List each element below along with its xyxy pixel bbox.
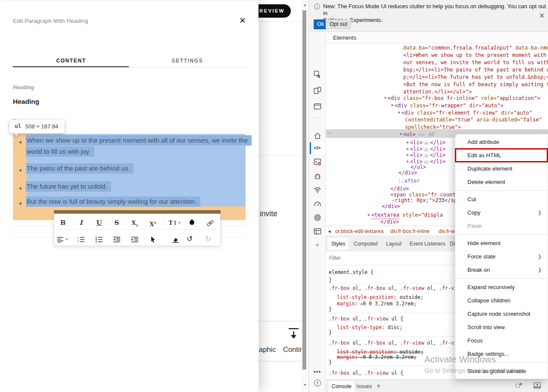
- breadcrumb-item[interactable]: div.fr-box.fr-inline: [390, 228, 430, 234]
- text-color-button[interactable]: [184, 216, 199, 229]
- add-tools-icon[interactable]: +: [309, 240, 325, 251]
- italic-button[interactable]: I: [74, 216, 88, 229]
- styles-tab-event-listeners[interactable]: Event Listeners: [410, 241, 445, 247]
- css-rule-line[interactable]: .fr-box ul, .fr-view ul {: [329, 316, 403, 322]
- home-icon[interactable]: [309, 130, 325, 141]
- close-icon[interactable]: ✕: [539, 12, 545, 20]
- styles-tab-computed[interactable]: Computed: [354, 241, 377, 247]
- more-icon[interactable]: •••: [309, 366, 325, 377]
- menu-item-store-as-global-variable[interactable]: Store as global variable: [455, 364, 548, 378]
- tree-row[interactable]: ▼<div class="fr-wrapper" dir="auto">: [391, 102, 504, 109]
- expand-quick-view-icon[interactable]: [533, 382, 541, 390]
- font-size-button[interactable]: T↕▼: [168, 216, 182, 229]
- card-label[interactable]: Contin: [283, 345, 304, 354]
- outdent-button[interactable]: [109, 233, 124, 246]
- list-item-text[interactable]: world to fill us with joy.: [26, 146, 94, 157]
- css-rule-line[interactable]: .fr-box ul, .fr-view ul {: [329, 370, 403, 376]
- align-left-button[interactable]: ▼: [56, 233, 70, 246]
- tree-row[interactable]: >But the now is full of beauty simply wa…: [403, 81, 548, 88]
- menu-item-collapse-children[interactable]: Collapse children: [455, 294, 548, 307]
- elements-icon[interactable]: </>: [309, 142, 325, 153]
- redo-button[interactable]: ↻: [201, 233, 215, 246]
- scroll-down-icon[interactable]: ▼: [302, 383, 308, 387]
- indent-button[interactable]: [128, 233, 142, 246]
- tree-row[interactable]: spellcheck="true">: [405, 124, 461, 131]
- tree-row[interactable]: p;</li><li>The future has yet to unfold.…: [403, 74, 548, 81]
- styles-tab-styles[interactable]: Styles: [331, 241, 346, 247]
- tree-row[interactable]: ::after: [398, 178, 420, 184]
- list-item-text[interactable]: When we show up to the present moment wi…: [26, 135, 252, 146]
- tree-row[interactable]: ▶<li>…</li>: [407, 139, 445, 146]
- tree-row[interactable]: bsp;</li><li>The pains of the past are b…: [403, 67, 548, 73]
- tree-row[interactable]: ▶<textarea style="displa: [368, 212, 443, 218]
- tab-console[interactable]: Console: [332, 383, 352, 389]
- tree-row[interactable]: ▼<div class="fr-element fr-view" dir="au…: [398, 109, 532, 116]
- dock-icon[interactable]: [515, 382, 523, 390]
- tree-row[interactable]: our senses, we invite the world to fill …: [403, 59, 548, 66]
- scroll-up-icon[interactable]: ▲: [302, 3, 308, 7]
- menu-item-duplicate-element[interactable]: Duplicate element: [455, 162, 548, 175]
- css-rule-line[interactable]: list-style-type: disc;: [337, 324, 402, 330]
- clear-formatting-button[interactable]: [168, 233, 183, 246]
- css-rule-line[interactable]: }: [329, 359, 332, 365]
- menu-item-edit-as-html[interactable]: Edit as HTML: [455, 149, 548, 162]
- menu-item-delete-element[interactable]: Delete element: [455, 175, 548, 189]
- menu-item-capture-node-screenshot[interactable]: Capture node screenshot: [455, 307, 548, 320]
- menu-item-scroll-into-view[interactable]: Scroll into view: [455, 320, 548, 334]
- superscript-button[interactable]: X1: [146, 216, 160, 229]
- breadcrumb-scroll-left-icon[interactable]: ◀: [328, 229, 331, 233]
- application-icon[interactable]: [309, 226, 325, 237]
- subscript-button[interactable]: X1: [128, 216, 142, 229]
- menu-item-cut[interactable]: Cut: [455, 193, 548, 206]
- inspect-icon[interactable]: [309, 69, 325, 80]
- tree-row[interactable]: attention.</li></ul>">: [403, 89, 472, 95]
- underline-button[interactable]: U: [92, 216, 106, 229]
- ordered-list-button[interactable]: 12: [74, 233, 88, 246]
- bold-button[interactable]: B: [56, 216, 70, 229]
- node-more-actions-icon[interactable]: ⋯: [327, 130, 333, 136]
- add-tab-icon[interactable]: +: [377, 382, 380, 390]
- menu-item-copy[interactable]: Copy❯: [455, 206, 548, 219]
- help-icon[interactable]: ?: [309, 378, 325, 389]
- unordered-list-button[interactable]: [92, 233, 106, 246]
- css-rule-line[interactable]: }: [329, 277, 332, 283]
- select-all-button[interactable]: [146, 233, 160, 246]
- tab-content[interactable]: CONTENT: [13, 58, 129, 64]
- menu-item-focus[interactable]: Focus: [455, 334, 548, 347]
- css-rule-line[interactable]: margin: ▶0 0 3.2rem 3.2rem;: [337, 301, 417, 307]
- tree-row[interactable]: </div>: [390, 186, 409, 192]
- tree-row[interactable]: </div>: [382, 203, 400, 210]
- memory-icon[interactable]: [309, 212, 325, 223]
- network-icon[interactable]: [309, 184, 325, 196]
- css-rule-line[interactable]: list-style-position: outside;: [337, 294, 423, 300]
- page-scrollbar-thumb[interactable]: [302, 10, 306, 370]
- menu-item-badge-settings[interactable]: Badge settings...: [455, 347, 548, 361]
- insert-block-icon[interactable]: [287, 327, 300, 344]
- console-icon[interactable]: [309, 156, 325, 168]
- menu-item-expand-recursively[interactable]: Expand recursively: [455, 280, 548, 294]
- tab-settings[interactable]: SETTINGS: [129, 58, 246, 64]
- styles-tab-layout[interactable]: Layout: [386, 241, 402, 247]
- card-label[interactable]: aphic: [259, 345, 276, 354]
- tab-issues[interactable]: Issues: [356, 383, 372, 389]
- focus-window-icon[interactable]: [309, 101, 325, 112]
- tree-row[interactable]: </div>: [380, 219, 399, 225]
- undo-button[interactable]: ↺: [182, 233, 197, 246]
- css-rule-line[interactable]: }: [329, 306, 332, 312]
- css-rule-line[interactable]: }: [329, 330, 332, 336]
- tree-row[interactable]: </div>: [399, 170, 417, 176]
- breadcrumb-item[interactable]: or.block-edit-textarea: [335, 228, 383, 234]
- debug-icon[interactable]: [309, 171, 325, 182]
- close-icon[interactable]: ✕: [237, 15, 248, 26]
- menu-item-break-on[interactable]: Break on❯: [455, 263, 548, 277]
- list-item-text[interactable]: But the now is full of beauty simply wai…: [26, 196, 200, 207]
- menu-item-add-attribute[interactable]: Add attribute: [455, 135, 548, 149]
- css-rule-line[interactable]: .fr-box ol, .fr-box ul, .fr-view ol, .fr…: [329, 285, 463, 291]
- menu-item-force-state[interactable]: Force state❯: [455, 250, 548, 263]
- css-rule-line[interactable]: .fr-box ol, .fr-box ul, .fr-view ol, .fr…: [329, 340, 463, 346]
- tree-row[interactable]: -right: 0px;">233</sp: [392, 197, 457, 204]
- insert-link-button[interactable]: [203, 216, 218, 229]
- strikethrough-button[interactable]: S: [109, 216, 124, 229]
- tree-row[interactable]: data-ba="common.froala.froalaInput" data…: [403, 45, 548, 51]
- tree-row[interactable]: ▼<ul> == $0: [400, 131, 434, 138]
